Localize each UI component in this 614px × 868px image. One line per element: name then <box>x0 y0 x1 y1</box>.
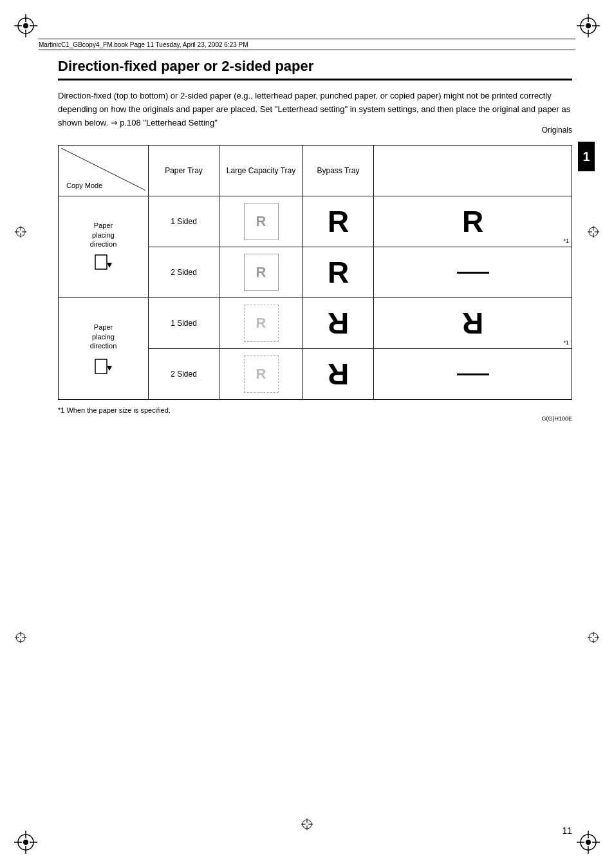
svg-point-19 <box>586 840 591 845</box>
direction-table: Copy Mode Paper Tray Large Capacity Tray… <box>58 145 572 400</box>
th-copymode: Copy Mode <box>59 146 149 196</box>
svg-rect-47 <box>95 359 107 373</box>
th-large-capacity: Large Capacity Tray <box>219 146 303 196</box>
table-row: Paperplacingdirection 1 Sided <box>59 298 572 349</box>
paper-direction-icon-1 <box>94 254 113 273</box>
paper-direction-icon-2 <box>94 355 113 375</box>
group2-1sided-largecap: R <box>303 298 374 349</box>
large-r-1: R <box>328 204 349 239</box>
side-mark-right-bottom <box>587 631 600 646</box>
group1-2sided-bypass <box>374 247 572 298</box>
page-number: 11 <box>562 826 572 836</box>
group1-1sided-bypass: R *1 <box>374 196 572 247</box>
footnote: *1 When the paper size is specified. <box>58 406 572 414</box>
group2-1sided-label-cell: 1 Sided <box>149 298 219 349</box>
copy-mode-label: Copy Mode <box>66 182 102 189</box>
group2-label-cell: Paperplacingdirection <box>59 298 149 400</box>
svg-marker-48 <box>107 366 112 371</box>
reg-mark-bottom-right <box>575 829 601 855</box>
group1-paper-direction-label: Paperplacingdirection <box>90 221 117 249</box>
group1-1sided-papertray: R <box>219 196 303 247</box>
side-mark-right-mid <box>587 225 600 240</box>
2sided-label-1: 2 Sided <box>171 268 197 277</box>
1sided-label-1: 1 Sided <box>171 217 197 226</box>
group1-2sided-label-cell: 2 Sided <box>149 247 219 298</box>
group2-2sided-label-cell: 2 Sided <box>149 349 219 400</box>
svg-point-13 <box>23 840 28 845</box>
large-r-3: R <box>328 255 349 290</box>
large-r-flipped-2: R <box>462 306 483 341</box>
code-label: G(G)H100E <box>58 415 572 422</box>
th-paper-tray: Paper Tray <box>149 146 219 196</box>
bottom-center-mark <box>301 818 313 833</box>
group2-1sided-papertray: R <box>219 298 303 349</box>
group2-2sided-largecap: R <box>303 349 374 400</box>
group1-2sided-papertray: R <box>219 247 303 298</box>
intro-paragraph: Direction-fixed (top to bottom) or 2-sid… <box>58 90 572 129</box>
side-mark-left-mid <box>14 225 27 240</box>
svg-rect-45 <box>95 255 107 269</box>
2sided-label-2: 2 Sided <box>171 370 197 379</box>
group1-1sided-largecap: R <box>303 196 374 247</box>
large-r-2: R <box>462 204 483 239</box>
group1-1sided-label-cell: 1 Sided <box>149 196 219 247</box>
dash-unavailable-1 <box>457 272 489 274</box>
large-r-flipped-1: R <box>328 306 349 341</box>
group2-1sided-bypass: R *1 <box>374 298 572 349</box>
group2-2sided-papertray: R <box>219 349 303 400</box>
file-info: MartinicC1_GBcopy4_FM.book Page 11 Tuesd… <box>39 41 248 48</box>
reg-mark-top-right <box>575 13 601 39</box>
svg-point-1 <box>23 23 28 28</box>
header-bar: MartinicC1_GBcopy4_FM.book Page 11 Tuesd… <box>39 39 575 50</box>
th-bypass-tray: Bypass Tray <box>303 146 374 196</box>
main-content: Direction-fixed paper or 2-sided paper D… <box>58 58 572 422</box>
group2-2sided-bypass <box>374 349 572 400</box>
group1-label-cell: Paperplacingdirection <box>59 196 149 298</box>
footnote-marker-2: *1 <box>563 339 569 346</box>
reg-mark-bottom-left <box>13 829 39 855</box>
table-row: Paperplacingdirection 1 Sided <box>59 196 572 247</box>
group1-2sided-largecap: R <box>303 247 374 298</box>
chapter-tab: 1 <box>578 142 595 171</box>
reg-mark-top-left <box>13 13 39 39</box>
svg-point-7 <box>586 23 591 28</box>
footnote-marker-1: *1 <box>563 238 569 244</box>
large-r-flipped-3: R <box>328 357 349 392</box>
dash-unavailable-2 <box>457 373 489 375</box>
page-title: Direction-fixed paper or 2-sided paper <box>58 58 572 80</box>
side-mark-left-bottom <box>14 631 27 646</box>
group2-paper-direction-label: Paperplacingdirection <box>90 323 117 350</box>
svg-marker-46 <box>107 263 112 268</box>
1sided-label-2: 1 Sided <box>171 319 197 328</box>
